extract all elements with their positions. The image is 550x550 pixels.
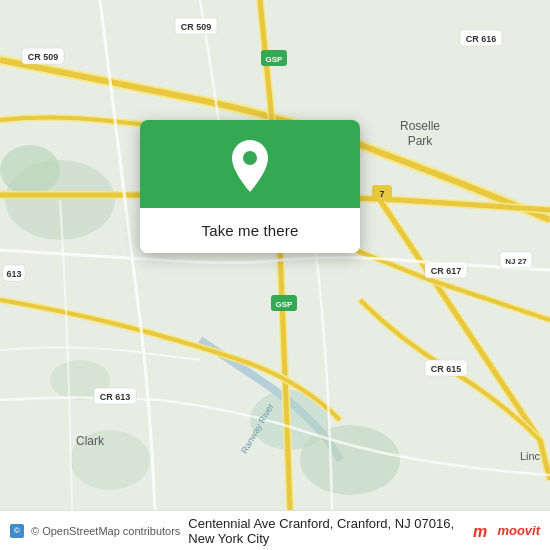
moovit-icon: m [466,517,494,545]
svg-text:GSP: GSP [276,300,294,309]
bottom-bar-attribution: © © OpenStreetMap contributors [10,524,180,538]
take-me-there-button[interactable]: Take me there [140,208,360,253]
moovit-brand-text: moovit [497,523,540,538]
osm-logo: © [10,524,24,538]
svg-text:Clark: Clark [76,434,105,448]
svg-text:7: 7 [379,189,384,199]
card-icon-area [140,120,360,208]
svg-text:GSP: GSP [266,55,284,64]
svg-point-34 [243,151,257,165]
location-pin-icon [226,138,274,194]
svg-text:NJ 27: NJ 27 [505,257,527,266]
moovit-text-group: moovit [497,523,540,538]
moovit-logo: m moovit [466,517,540,545]
map-svg: CR 509 CR 509 CR 616 GSP GSP 7 NJ 27 613… [0,0,550,510]
svg-text:CR 509: CR 509 [181,22,212,32]
svg-text:CR 617: CR 617 [431,266,462,276]
svg-text:CR 509: CR 509 [28,52,59,62]
svg-text:Park: Park [408,134,434,148]
svg-text:CR 616: CR 616 [466,34,497,44]
svg-text:Linc: Linc [520,450,541,462]
svg-point-2 [0,145,60,195]
bottom-bar: © © OpenStreetMap contributors Centennia… [0,510,550,550]
location-card: Take me there [140,120,360,253]
svg-text:CR 613: CR 613 [100,392,131,402]
osm-attribution-text: © OpenStreetMap contributors [31,525,180,537]
svg-text:m: m [473,523,487,540]
address-text: Centennial Ave Cranford, Cranford, NJ 07… [188,516,466,546]
svg-text:CR 615: CR 615 [431,364,462,374]
map-container: CR 509 CR 509 CR 616 GSP GSP 7 NJ 27 613… [0,0,550,510]
svg-text:613: 613 [6,269,21,279]
svg-text:Roselle: Roselle [400,119,440,133]
